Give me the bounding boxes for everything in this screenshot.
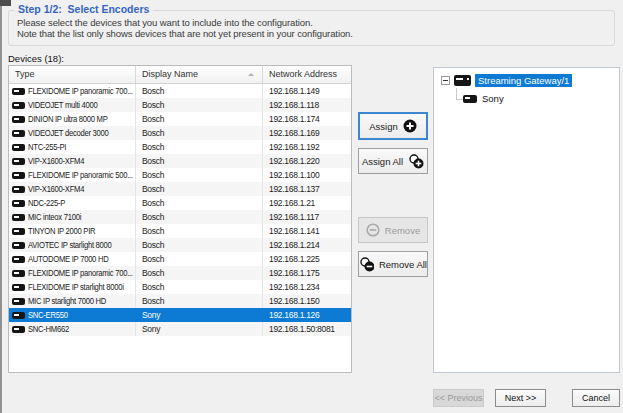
- table-row[interactable]: FLEXIDOME IP panoramic 500...Bosch192.16…: [9, 168, 351, 182]
- device-display-name-cell: Bosch: [136, 238, 263, 252]
- previous-button[interactable]: << Previous: [433, 389, 484, 407]
- table-row[interactable]: VIP-X1600-XFM4Bosch192.168.1.220: [9, 154, 351, 168]
- device-network-address-cell: 192.168.1.150: [263, 294, 351, 308]
- device-display-name-cell: Bosch: [136, 294, 263, 308]
- device-display-name-cell: Sony: [136, 308, 263, 322]
- devices-table: Type Display Name Network Address FLEXID…: [8, 65, 352, 373]
- table-row[interactable]: FLEXIDOME IP panoramic 700...Bosch192.16…: [9, 266, 351, 280]
- device-display-name-cell: Bosch: [136, 224, 263, 238]
- device-network-address-cell: 192.168.1.234: [263, 280, 351, 294]
- device-network-address-cell: 192.168.1.141: [263, 224, 351, 238]
- encoder-icon: [12, 256, 25, 263]
- encoder-icon: [12, 284, 25, 291]
- table-row[interactable]: NTC-255-PIBosch192.168.1.192: [9, 140, 351, 154]
- tree-node-sony[interactable]: Sony: [463, 93, 504, 104]
- table-row[interactable]: TINYON IP 2000 PIRBosch192.168.1.141: [9, 224, 351, 238]
- remove-button[interactable]: Remove: [358, 217, 428, 243]
- device-display-name-cell: Bosch: [136, 112, 263, 126]
- collapse-expander-icon[interactable]: [441, 76, 450, 85]
- device-type-cell: VIDEOJET decoder 3000: [9, 126, 136, 140]
- cancel-button[interactable]: Cancel: [572, 389, 620, 407]
- device-type-cell: AUTODOME IP 7000 HD: [9, 252, 136, 266]
- device-type-cell: DINION IP ultra 8000 MP: [9, 112, 136, 126]
- device-network-address-cell: 192.168.1.21: [263, 196, 351, 210]
- device-type-cell: VIP-X1600-XFM4: [9, 182, 136, 196]
- column-header-display-name[interactable]: Display Name: [136, 66, 263, 83]
- device-display-name-cell: Bosch: [136, 140, 263, 154]
- table-row[interactable]: VIDEOJET decoder 3000Bosch192.168.1.169: [9, 126, 351, 140]
- description-line-1: Please select the devices that you want …: [17, 17, 313, 28]
- encoder-icon: [12, 116, 25, 123]
- device-display-name-cell: Bosch: [136, 210, 263, 224]
- device-type-cell: VIDEOJET multi 4000: [9, 98, 136, 112]
- device-type-cell: SNC-ER550: [9, 308, 136, 322]
- encoder-icon: [12, 326, 25, 333]
- table-row[interactable]: VIP-X1600-XFM4Bosch192.168.1.137: [9, 182, 351, 196]
- devices-table-body: FLEXIDOME IP panoramic 700...Bosch192.16…: [9, 84, 351, 336]
- encoder-icon: [463, 95, 477, 103]
- device-type-cell: AVIOTEC IP starlight 8000: [9, 238, 136, 252]
- device-display-name-cell: Bosch: [136, 98, 263, 112]
- multi-plus-circle-icon: [408, 154, 424, 169]
- encoder-icon: [12, 312, 25, 319]
- device-display-name-cell: Bosch: [136, 266, 263, 280]
- device-display-name-cell: Sony: [136, 322, 263, 336]
- device-type-cell: FLEXIDOME IP panoramic 700...: [9, 84, 136, 98]
- device-network-address-cell: 192.168.1.214: [263, 238, 351, 252]
- assign-button[interactable]: Assign: [358, 112, 428, 140]
- tree-node-streaming-gateway[interactable]: Streaming Gateway/1: [441, 74, 572, 87]
- device-display-name-cell: Bosch: [136, 168, 263, 182]
- tree-child-label: Sony: [480, 93, 504, 104]
- table-row[interactable]: AUTODOME IP 7000 HDBosch192.168.1.225: [9, 252, 351, 266]
- description-line-2: Note that the list only shows devices th…: [17, 28, 353, 39]
- device-type-cell: MIC IP starlight 7000 HD: [9, 294, 136, 308]
- device-type-cell: VIP-X1600-XFM4: [9, 154, 136, 168]
- assigned-devices-tree: Streaming Gateway/1 Sony: [433, 67, 620, 373]
- device-display-name-cell: Bosch: [136, 252, 263, 266]
- minus-circle-icon: [366, 223, 380, 237]
- device-network-address-cell: 192.168.1.50:8081: [263, 322, 351, 336]
- device-network-address-cell: 192.168.1.225: [263, 252, 351, 266]
- encoder-icon: [12, 158, 25, 165]
- window-corner-artifact: [0, 0, 11, 6]
- plus-circle-icon: [403, 119, 417, 133]
- device-type-cell: FLEXIDOME IP panoramic 700...: [9, 266, 136, 280]
- table-row[interactable]: MIC inteox 7100iBosch192.168.1.117: [9, 210, 351, 224]
- device-display-name-cell: Bosch: [136, 126, 263, 140]
- device-type-cell: MIC inteox 7100i: [9, 210, 136, 224]
- device-display-name-cell: Bosch: [136, 196, 263, 210]
- table-row[interactable]: DINION IP ultra 8000 MPBosch192.168.1.17…: [9, 112, 351, 126]
- column-header-network-address[interactable]: Network Address: [263, 66, 351, 83]
- next-button[interactable]: Next >>: [495, 389, 546, 407]
- column-header-type[interactable]: Type: [9, 66, 136, 83]
- encoder-icon: [12, 186, 25, 193]
- device-network-address-cell: 192.168.1.149: [263, 84, 351, 98]
- device-type-cell: SNC-HM662: [9, 322, 136, 336]
- encoder-icon: [12, 298, 25, 305]
- remove-all-button[interactable]: Remove All: [358, 251, 428, 277]
- device-display-name-cell: Bosch: [136, 182, 263, 196]
- device-network-address-cell: 192.168.1.126: [263, 308, 351, 322]
- table-row[interactable]: NDC-225-PBosch192.168.1.21: [9, 196, 351, 210]
- device-display-name-cell: Bosch: [136, 84, 263, 98]
- devices-table-header: Type Display Name Network Address: [9, 66, 351, 84]
- device-network-address-cell: 192.168.1.192: [263, 140, 351, 154]
- encoder-icon: [12, 172, 25, 179]
- device-type-cell: NDC-225-P: [9, 196, 136, 210]
- devices-count-label: Devices (18):: [8, 53, 64, 64]
- encoder-icon: [12, 214, 25, 221]
- table-row[interactable]: VIDEOJET multi 4000Bosch192.168.1.118: [9, 98, 351, 112]
- table-row[interactable]: FLEXIDOME IP panoramic 700...Bosch192.16…: [9, 84, 351, 98]
- device-network-address-cell: 192.168.1.100: [263, 168, 351, 182]
- table-row[interactable]: SNC-ER550Sony192.168.1.126: [9, 308, 351, 322]
- device-type-cell: NTC-255-PI: [9, 140, 136, 154]
- table-row[interactable]: AVIOTEC IP starlight 8000Bosch192.168.1.…: [9, 238, 351, 252]
- table-row[interactable]: SNC-HM662Sony192.168.1.50:8081: [9, 322, 351, 336]
- table-row[interactable]: FLEXIDOME IP starlight 8000iBosch192.168…: [9, 280, 351, 294]
- device-display-name-cell: Bosch: [136, 280, 263, 294]
- assign-all-button[interactable]: Assign All: [358, 148, 428, 174]
- device-network-address-cell: 192.168.1.175: [263, 266, 351, 280]
- encoder-icon: [12, 102, 25, 109]
- table-row[interactable]: MIC IP starlight 7000 HDBosch192.168.1.1…: [9, 294, 351, 308]
- sort-ascending-icon: [248, 73, 254, 76]
